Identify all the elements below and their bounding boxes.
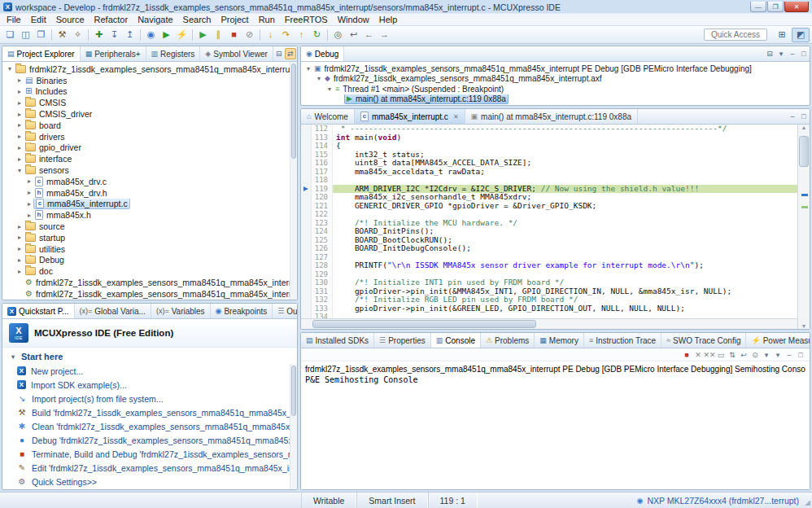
- tab-peripherals[interactable]: ▦Peripherals+: [81, 46, 146, 61]
- tab-breakpoints[interactable]: ◉Breakpoints: [211, 304, 273, 318]
- quickstart-item-edit-frdmkl27z-1issdk-examples-sensors-mma[interactable]: ✎Edit 'frdmkl27z_1issdk_examples_sensors…: [2, 461, 297, 475]
- code-line-124[interactable]: 124 BOARD_InitPins();: [301, 227, 797, 236]
- menu-freertos[interactable]: FreeRTOS: [280, 14, 333, 25]
- tab-quickstart-p[interactable]: XQuickstart P...: [2, 304, 75, 318]
- tab-power-measurement-t[interactable]: ⚡Power Measurement T...: [746, 333, 810, 348]
- minimize-button[interactable]: —: [750, 2, 766, 12]
- quickstart-item-quick-settings[interactable]: ⚙Quick Settings>>: [2, 475, 297, 488]
- tree-item-frdmkl27z-1issdk-examples-sensors-mma8451q[interactable]: ⚙frdmkl27z_1issdk_examples_sensors_mma84…: [2, 288, 297, 300]
- start-here-section[interactable]: ▾ Start here: [2, 348, 297, 364]
- menu-file[interactable]: File: [2, 14, 26, 25]
- code-line-112[interactable]: 112 * ----------------------------------…: [301, 125, 797, 134]
- tab-console[interactable]: ▥Console: [431, 333, 481, 348]
- tree-item-frdmkl27z-1issdk-examples-sensors-mma8451q[interactable]: ⚙frdmkl27z_1issdk_examples_sensors_mma84…: [2, 277, 297, 288]
- code-line-117[interactable]: 117 mma845x_acceldata_t rawData;: [301, 168, 797, 177]
- code-area[interactable]: 112 * ----------------------------------…: [301, 125, 797, 318]
- tab-instruction-trace[interactable]: ≡Instruction Trace: [584, 333, 661, 348]
- tree-item-binaries[interactable]: ▸▤Binaries: [2, 75, 297, 86]
- menu-source[interactable]: Source: [51, 14, 89, 25]
- quickstart-item-debug-frdmkl27z-1issdk-examples-sensors-mm[interactable]: ●Debug 'frdmkl27z_1issdk_examples_sensor…: [2, 433, 297, 447]
- expand-arrow-icon[interactable]: ▸: [15, 144, 24, 151]
- view-menu-icon[interactable]: ▾: [775, 48, 787, 59]
- export-icon[interactable]: ↥: [123, 28, 137, 42]
- code-line-126[interactable]: 126 BOARD_InitDebugConsole();: [301, 244, 797, 253]
- collapse-all-icon[interactable]: ⊟: [764, 48, 775, 59]
- expand-arrow-icon[interactable]: ▸: [15, 88, 24, 95]
- link-with-editor-icon[interactable]: ⇄: [285, 48, 296, 59]
- code-line-134[interactable]: 134: [301, 313, 797, 318]
- search-icon[interactable]: ◎: [331, 28, 345, 42]
- tab-registers[interactable]: ▥Registers: [146, 46, 201, 61]
- code-line-131[interactable]: 131 gpioDriver->pin_init(&MMA845x_INT1, …: [301, 287, 797, 296]
- maximize-button[interactable]: ❐: [767, 2, 784, 12]
- tab-problems[interactable]: ⚠Problems: [481, 333, 535, 348]
- scrollbar-thumb[interactable]: [291, 366, 296, 416]
- terminate-icon[interactable]: ■: [227, 28, 241, 42]
- terminate-console-icon[interactable]: ■: [681, 349, 692, 361]
- scrollbar-thumb[interactable]: [291, 64, 296, 159]
- tab-variables[interactable]: (x)=Variables: [151, 304, 211, 318]
- restart-icon[interactable]: ↻: [310, 28, 324, 42]
- tree-item-mma845x-h[interactable]: ▸hmma845x.h: [2, 209, 297, 221]
- tab-project-explorer[interactable]: ▤Project Explorer: [2, 46, 81, 61]
- expand-arrow-icon[interactable]: ▸: [25, 212, 33, 219]
- tree-item-mma845x-drv-c[interactable]: ▸cmma845x_drv.c: [2, 176, 297, 187]
- quickstart-item-terminate-build-and-debug-frdmkl27z-1issdk[interactable]: ■Terminate, Build and Debug 'frdmkl27z_1…: [2, 447, 297, 461]
- tree-item-utilities[interactable]: ▸utilities: [2, 243, 297, 255]
- expand-arrow-icon[interactable]: ▸: [15, 256, 24, 264]
- step-into-icon[interactable]: ↓: [264, 28, 277, 42]
- step-return-icon[interactable]: ↑: [295, 28, 308, 42]
- code-line-130[interactable]: 130 /*! Initialize INT1 pin used by FRDM…: [301, 278, 797, 287]
- expand-arrow-icon[interactable]: ▸: [15, 234, 24, 241]
- build-icon[interactable]: ⚒: [55, 28, 69, 42]
- tab-swo-trace-config[interactable]: ≈SWO Trace Config: [661, 333, 746, 348]
- expand-arrow-icon[interactable]: ▸: [25, 200, 33, 208]
- debug-icon[interactable]: ◉: [144, 28, 158, 42]
- menu-project[interactable]: Project: [216, 14, 253, 25]
- expand-arrow-icon[interactable]: ▸: [25, 189, 33, 196]
- editor-hscrollbar[interactable]: [301, 318, 797, 329]
- expand-arrow-icon[interactable]: ▸: [15, 111, 24, 118]
- develop-perspective-icon[interactable]: ◩: [792, 28, 810, 42]
- collapse-all-icon[interactable]: ⊟: [273, 48, 285, 59]
- clean-icon[interactable]: ✧: [71, 28, 85, 42]
- expand-arrow-icon[interactable]: ▸: [15, 133, 24, 140]
- tree-item-board[interactable]: ▸board: [2, 120, 297, 131]
- tab-properties[interactable]: ☰Properties: [374, 333, 431, 348]
- resume-icon[interactable]: ▶: [196, 28, 210, 42]
- flash-program-icon[interactable]: ⚡: [175, 28, 189, 42]
- minimize-view-icon[interactable]: –: [784, 349, 795, 361]
- display-selected-console-icon[interactable]: ▾: [761, 349, 772, 361]
- tree-item-interface[interactable]: ▸interface: [2, 153, 297, 164]
- expand-arrow-icon[interactable]: ▸: [15, 245, 24, 252]
- quickstart-item-build-frdmkl27z-1issdk-examples-sensors-mm[interactable]: ⚒Build 'frdmkl27z_1issdk_examples_sensor…: [2, 405, 297, 419]
- tree-item-cmsis[interactable]: ▸CMSIS: [2, 97, 297, 108]
- last-edit-location-icon[interactable]: ↩: [347, 28, 360, 42]
- tree-item-sensors[interactable]: ▾sensors: [2, 164, 297, 176]
- pin-console-icon[interactable]: ⊙: [749, 349, 761, 361]
- open-console-icon[interactable]: ▾: [772, 349, 784, 361]
- quickstart-item-import-sdk-example-s[interactable]: XImport SDK example(s)...: [2, 378, 297, 392]
- tree-item-includes[interactable]: ▸⊞Includes: [2, 86, 297, 98]
- quickstart-item-clean-frdmkl27z-1issdk-examples-sensors-mm[interactable]: ✱Clean 'frdmkl27z_1issdk_examples_sensor…: [2, 419, 297, 433]
- debug-tree-item-main-at-mma845x-interrupt-c-119-0x88a[interactable]: ▶main() at mma845x_interrupt.c:119 0x88a: [301, 94, 810, 105]
- forward-icon[interactable]: →: [378, 28, 391, 42]
- expand-arrow-icon[interactable]: ▸: [15, 268, 24, 275]
- resize-grip[interactable]: ◢: [805, 498, 810, 506]
- scrollbar-thumb[interactable]: [312, 320, 536, 328]
- close-tab-icon[interactable]: ✕: [453, 113, 459, 120]
- save-all-icon[interactable]: ❐: [34, 28, 48, 42]
- quick-access-box[interactable]: Quick Access: [704, 28, 767, 41]
- tree-item-frdmkl27z-1issdk-examples-sensors-mma8451q[interactable]: ▾frdmkl27z_1issdk_examples_sensors_mma84…: [2, 64, 297, 75]
- code-line-120[interactable]: 120 mma845x_i2c_sensorhandle_t MMA845xdr…: [301, 193, 797, 202]
- expand-arrow-icon[interactable]: ▸: [15, 121, 24, 129]
- tree-item-source[interactable]: ▸source: [2, 221, 297, 232]
- editor-tab-welcome[interactable]: ⌂Welcome: [301, 109, 355, 124]
- tab-debug[interactable]: ◉ Debug: [301, 46, 344, 61]
- tree-item-startup[interactable]: ▸startup: [2, 232, 297, 243]
- tab-global-varia[interactable]: (x)=Global Varia...: [75, 304, 151, 318]
- editor-tab-mma845x-interrupt-c[interactable]: cmma845x_interrupt.c✕: [355, 109, 465, 124]
- editor-vscrollbar[interactable]: ▲ ▼: [797, 125, 810, 329]
- debug-tree-item-frdmkl27z-1issdk-examples-sensors-mma8451q[interactable]: ▾◆frdmkl27z_1issdk_examples_sensors_mma8…: [301, 74, 810, 85]
- code-line-123[interactable]: 123 /*! Initialize the MCU hardware. */: [301, 219, 797, 228]
